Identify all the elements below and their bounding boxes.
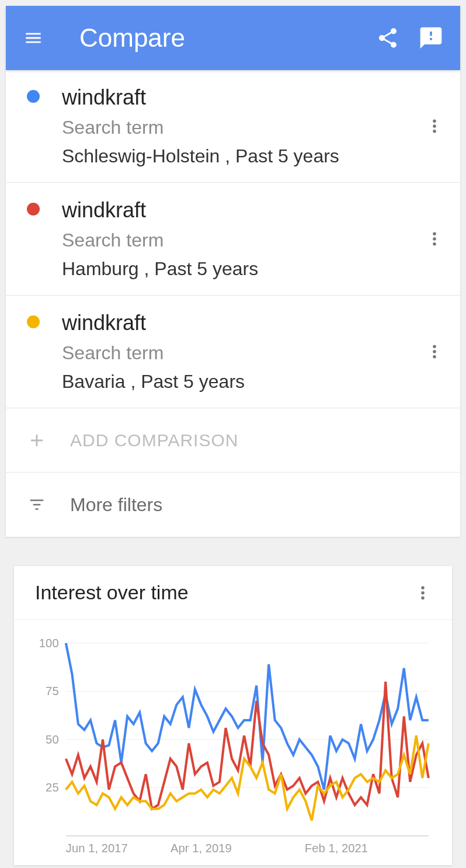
term-body: windkraft Search term Bavaria , Past 5 y… [62, 311, 423, 393]
svg-text:50: 50 [46, 733, 59, 746]
line-chart: 255075100Jun 1, 2017Apr 1, 2019Feb 1, 20… [32, 637, 434, 859]
page-title: Compare [79, 23, 375, 53]
svg-point-6 [433, 345, 436, 349]
svg-point-0 [433, 120, 436, 123]
term-row[interactable]: windkraft Search term Schleswig-Holstein… [6, 70, 460, 183]
term-type: Search term [62, 230, 423, 251]
more-filters-button[interactable]: More filters [6, 473, 460, 537]
svg-point-10 [421, 591, 425, 595]
svg-point-11 [421, 596, 425, 600]
svg-text:75: 75 [46, 685, 59, 698]
chart-header: Interest over time [14, 566, 452, 620]
svg-point-4 [433, 237, 436, 241]
term-meta: Schleswig-Holstein , Past 5 years [62, 145, 423, 167]
series-color-dot [27, 203, 40, 216]
series-color-dot [27, 315, 40, 328]
share-icon [376, 26, 399, 50]
filter-icon [27, 495, 47, 515]
more-vert-icon [426, 343, 443, 360]
term-menu-button[interactable] [423, 343, 446, 360]
term-name: windkraft [62, 85, 423, 110]
svg-point-3 [433, 232, 436, 236]
svg-text:25: 25 [46, 782, 59, 794]
svg-point-2 [433, 130, 436, 133]
header-actions [375, 25, 444, 51]
svg-point-8 [433, 355, 436, 359]
svg-point-9 [421, 586, 425, 589]
svg-point-1 [433, 124, 436, 128]
term-type: Search term [62, 342, 423, 364]
term-body: windkraft Search term Hamburg , Past 5 y… [62, 198, 423, 280]
more-filters-label: More filters [70, 494, 162, 516]
feedback-icon [418, 25, 444, 51]
term-menu-button[interactable] [423, 230, 446, 248]
term-type: Search term [62, 117, 423, 138]
share-button[interactable] [375, 25, 401, 51]
comparison-terms-card: windkraft Search term Schleswig-Holstein… [6, 70, 460, 537]
term-meta: Hamburg , Past 5 years [62, 258, 423, 280]
more-vert-icon [426, 117, 443, 135]
term-menu-button[interactable] [423, 117, 446, 135]
term-body: windkraft Search term Schleswig-Holstein… [62, 85, 423, 167]
svg-text:Feb 1, 2021: Feb 1, 2021 [305, 842, 368, 855]
svg-point-5 [433, 242, 436, 246]
more-vert-icon [414, 584, 432, 602]
svg-text:Apr 1, 2019: Apr 1, 2019 [171, 842, 232, 855]
add-comparison-button[interactable]: ADD COMPARISON [6, 408, 460, 473]
chart-body: 255075100Jun 1, 2017Apr 1, 2019Feb 1, 20… [14, 620, 452, 865]
more-vert-icon [426, 230, 443, 248]
feedback-button[interactable] [418, 25, 444, 51]
series-color-dot [27, 90, 40, 103]
term-row[interactable]: windkraft Search term Hamburg , Past 5 y… [6, 183, 460, 296]
add-comparison-label: ADD COMPARISON [70, 430, 238, 450]
chart-menu-button[interactable] [411, 584, 434, 602]
interest-over-time-card: Interest over time 255075100Jun 1, 2017A… [14, 566, 452, 865]
term-meta: Bavaria , Past 5 years [62, 371, 423, 393]
svg-text:100: 100 [39, 637, 59, 650]
plus-icon [27, 430, 47, 450]
app-header: Compare [6, 6, 460, 70]
svg-point-7 [433, 350, 436, 353]
hamburger-icon [23, 28, 43, 48]
term-row[interactable]: windkraft Search term Bavaria , Past 5 y… [6, 296, 460, 408]
term-name: windkraft [62, 311, 423, 335]
svg-text:Jun 1, 2017: Jun 1, 2017 [66, 842, 128, 855]
chart-title: Interest over time [35, 581, 411, 604]
menu-button[interactable] [22, 27, 44, 49]
term-name: windkraft [62, 198, 423, 223]
